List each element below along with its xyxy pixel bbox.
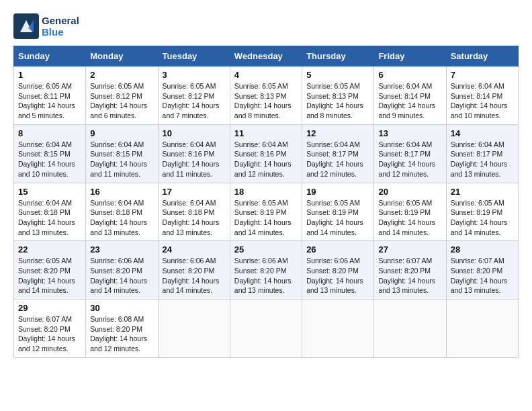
calendar-cell	[374, 300, 446, 358]
day-info: Sunrise: 6:07 AM Sunset: 8:20 PM Dayligh…	[18, 314, 81, 354]
day-info: Sunrise: 6:04 AM Sunset: 8:15 PM Dayligh…	[90, 140, 153, 179]
calendar-cell: 5Sunrise: 6:05 AM Sunset: 8:13 PM Daylig…	[302, 66, 374, 125]
calendar-table: SundayMondayTuesdayWednesdayThursdayFrid…	[13, 46, 519, 358]
day-header-monday: Monday	[86, 46, 158, 66]
day-number: 10	[163, 128, 226, 138]
day-info: Sunrise: 6:06 AM Sunset: 8:20 PM Dayligh…	[234, 256, 298, 295]
calendar-cell: 21Sunrise: 6:05 AM Sunset: 8:19 PM Dayli…	[446, 183, 518, 241]
calendar-week-row: 8Sunrise: 6:04 AM Sunset: 8:15 PM Daylig…	[14, 124, 519, 183]
day-number: 28	[451, 244, 514, 255]
calendar-cell: 14Sunrise: 6:04 AM Sunset: 8:17 PM Dayli…	[446, 124, 518, 183]
day-number: 8	[18, 128, 81, 138]
calendar-cell: 27Sunrise: 6:07 AM Sunset: 8:20 PM Dayli…	[374, 241, 446, 300]
day-info: Sunrise: 6:06 AM Sunset: 8:20 PM Dayligh…	[163, 256, 226, 295]
calendar-cell: 4Sunrise: 6:05 AM Sunset: 8:13 PM Daylig…	[230, 66, 302, 125]
page-header: General Blue	[13, 13, 519, 39]
day-info: Sunrise: 6:08 AM Sunset: 8:20 PM Dayligh…	[90, 314, 153, 354]
day-info: Sunrise: 6:07 AM Sunset: 8:20 PM Dayligh…	[451, 256, 514, 295]
day-number: 29	[18, 303, 81, 313]
day-info: Sunrise: 6:07 AM Sunset: 8:20 PM Dayligh…	[378, 256, 441, 295]
day-header-sunday: Sunday	[14, 46, 86, 66]
day-number: 15	[18, 187, 81, 197]
calendar-cell: 12Sunrise: 6:04 AM Sunset: 8:17 PM Dayli…	[302, 124, 374, 183]
calendar-cell: 6Sunrise: 6:04 AM Sunset: 8:14 PM Daylig…	[374, 66, 446, 125]
calendar-cell: 22Sunrise: 6:05 AM Sunset: 8:20 PM Dayli…	[14, 241, 86, 300]
day-info: Sunrise: 6:05 AM Sunset: 8:19 PM Dayligh…	[451, 198, 514, 238]
calendar-cell: 15Sunrise: 6:04 AM Sunset: 8:18 PM Dayli…	[14, 183, 86, 241]
day-number: 18	[234, 187, 298, 197]
calendar-cell: 1Sunrise: 6:05 AM Sunset: 8:11 PM Daylig…	[14, 66, 86, 125]
day-number: 6	[378, 70, 441, 80]
calendar-cell: 23Sunrise: 6:06 AM Sunset: 8:20 PM Dayli…	[86, 241, 158, 300]
day-info: Sunrise: 6:05 AM Sunset: 8:19 PM Dayligh…	[306, 198, 369, 238]
day-number: 20	[378, 187, 441, 197]
day-info: Sunrise: 6:04 AM Sunset: 8:17 PM Dayligh…	[378, 140, 441, 179]
day-number: 5	[306, 70, 369, 80]
calendar-cell: 16Sunrise: 6:04 AM Sunset: 8:18 PM Dayli…	[86, 183, 158, 241]
day-info: Sunrise: 6:05 AM Sunset: 8:11 PM Dayligh…	[18, 81, 81, 121]
calendar-cell: 30Sunrise: 6:08 AM Sunset: 8:20 PM Dayli…	[86, 300, 158, 358]
day-number: 21	[451, 187, 514, 197]
calendar-cell: 20Sunrise: 6:05 AM Sunset: 8:19 PM Dayli…	[374, 183, 446, 241]
day-info: Sunrise: 6:04 AM Sunset: 8:18 PM Dayligh…	[90, 198, 153, 238]
day-number: 24	[163, 244, 226, 255]
calendar-cell	[158, 300, 230, 358]
calendar-cell: 9Sunrise: 6:04 AM Sunset: 8:15 PM Daylig…	[86, 124, 158, 183]
day-info: Sunrise: 6:05 AM Sunset: 8:20 PM Dayligh…	[18, 256, 81, 295]
calendar-cell: 17Sunrise: 6:04 AM Sunset: 8:18 PM Dayli…	[158, 183, 230, 241]
logo-subname: Blue	[42, 26, 79, 38]
day-number: 3	[163, 70, 226, 80]
calendar-cell: 28Sunrise: 6:07 AM Sunset: 8:20 PM Dayli…	[446, 241, 518, 300]
day-number: 26	[306, 244, 369, 255]
day-number: 19	[306, 187, 369, 197]
day-number: 27	[378, 244, 441, 255]
calendar-week-row: 1Sunrise: 6:05 AM Sunset: 8:11 PM Daylig…	[14, 66, 519, 125]
day-info: Sunrise: 6:04 AM Sunset: 8:18 PM Dayligh…	[18, 198, 81, 238]
day-number: 11	[234, 128, 298, 138]
calendar-cell: 3Sunrise: 6:05 AM Sunset: 8:12 PM Daylig…	[158, 66, 230, 125]
calendar-cell	[230, 300, 302, 358]
calendar-cell	[302, 300, 374, 358]
day-info: Sunrise: 6:04 AM Sunset: 8:17 PM Dayligh…	[451, 140, 514, 179]
day-number: 16	[90, 187, 153, 197]
day-info: Sunrise: 6:04 AM Sunset: 8:18 PM Dayligh…	[163, 198, 226, 238]
calendar-week-row: 29Sunrise: 6:07 AM Sunset: 8:20 PM Dayli…	[14, 300, 519, 358]
calendar-cell: 13Sunrise: 6:04 AM Sunset: 8:17 PM Dayli…	[374, 124, 446, 183]
calendar-cell: 24Sunrise: 6:06 AM Sunset: 8:20 PM Dayli…	[158, 241, 230, 300]
day-number: 1	[18, 70, 81, 80]
logo-name: General	[42, 15, 79, 26]
calendar-cell: 11Sunrise: 6:04 AM Sunset: 8:16 PM Dayli…	[230, 124, 302, 183]
calendar-cell: 26Sunrise: 6:06 AM Sunset: 8:20 PM Dayli…	[302, 241, 374, 300]
day-info: Sunrise: 6:06 AM Sunset: 8:20 PM Dayligh…	[306, 256, 369, 295]
calendar-cell: 2Sunrise: 6:05 AM Sunset: 8:12 PM Daylig…	[86, 66, 158, 125]
calendar-cell: 8Sunrise: 6:04 AM Sunset: 8:15 PM Daylig…	[14, 124, 86, 183]
logo-icon	[13, 13, 39, 39]
day-number: 25	[234, 244, 298, 255]
day-info: Sunrise: 6:04 AM Sunset: 8:14 PM Dayligh…	[378, 81, 441, 121]
day-info: Sunrise: 6:04 AM Sunset: 8:15 PM Dayligh…	[18, 140, 81, 179]
day-header-tuesday: Tuesday	[158, 46, 230, 66]
day-number: 17	[163, 187, 226, 197]
day-info: Sunrise: 6:04 AM Sunset: 8:16 PM Dayligh…	[163, 140, 226, 179]
calendar-week-row: 22Sunrise: 6:05 AM Sunset: 8:20 PM Dayli…	[14, 241, 519, 300]
calendar-week-row: 15Sunrise: 6:04 AM Sunset: 8:18 PM Dayli…	[14, 183, 519, 241]
calendar-header-row: SundayMondayTuesdayWednesdayThursdayFrid…	[14, 46, 519, 66]
calendar-cell	[446, 300, 518, 358]
calendar-cell: 19Sunrise: 6:05 AM Sunset: 8:19 PM Dayli…	[302, 183, 374, 241]
calendar-cell: 10Sunrise: 6:04 AM Sunset: 8:16 PM Dayli…	[158, 124, 230, 183]
day-number: 2	[90, 70, 153, 80]
day-number: 30	[90, 303, 153, 313]
day-header-friday: Friday	[374, 46, 446, 66]
day-number: 14	[451, 128, 514, 138]
day-number: 7	[451, 70, 514, 80]
day-info: Sunrise: 6:04 AM Sunset: 8:14 PM Dayligh…	[451, 81, 514, 121]
day-info: Sunrise: 6:05 AM Sunset: 8:19 PM Dayligh…	[378, 198, 441, 238]
day-number: 23	[90, 244, 153, 255]
day-info: Sunrise: 6:04 AM Sunset: 8:17 PM Dayligh…	[306, 140, 369, 179]
day-info: Sunrise: 6:05 AM Sunset: 8:19 PM Dayligh…	[234, 198, 298, 238]
calendar-cell: 29Sunrise: 6:07 AM Sunset: 8:20 PM Dayli…	[14, 300, 86, 358]
day-info: Sunrise: 6:05 AM Sunset: 8:13 PM Dayligh…	[234, 81, 298, 121]
calendar-cell: 25Sunrise: 6:06 AM Sunset: 8:20 PM Dayli…	[230, 241, 302, 300]
day-info: Sunrise: 6:05 AM Sunset: 8:12 PM Dayligh…	[163, 81, 226, 121]
day-info: Sunrise: 6:05 AM Sunset: 8:12 PM Dayligh…	[90, 81, 153, 121]
